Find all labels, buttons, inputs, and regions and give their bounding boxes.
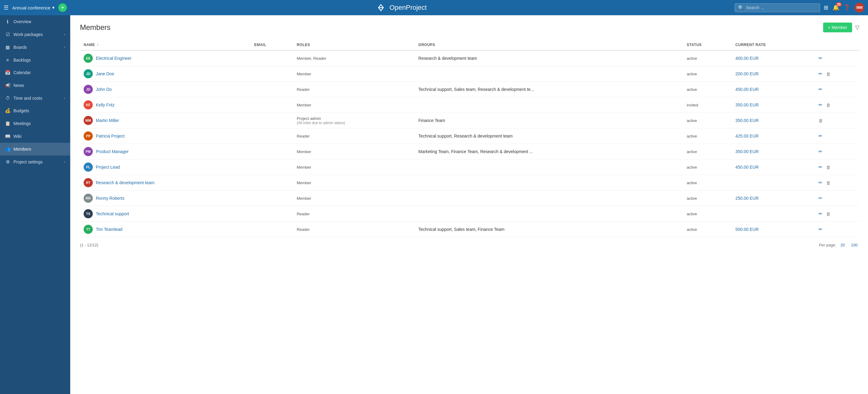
cell-email-ts — [251, 206, 293, 222]
edit-button-ts[interactable]: ✏ — [818, 210, 823, 217]
table-row: RT Research & development team Member ac… — [80, 175, 860, 191]
delete-button-ts[interactable]: 🗑 — [826, 211, 831, 217]
add-member-button[interactable]: + Member — [823, 23, 852, 32]
sidebar-item-budgets[interactable]: 💰 Budgets — [0, 104, 70, 117]
per-page-100[interactable]: 100 — [849, 242, 860, 248]
sidebar-item-members[interactable]: 👥 Members — [0, 143, 70, 156]
rate-link-jdo[interactable]: 450.00 EUR — [736, 87, 759, 92]
edit-button-tt[interactable]: ✏ — [818, 226, 823, 233]
avatar-rt: RT — [84, 178, 93, 187]
create-button[interactable]: + — [58, 3, 67, 12]
per-page-20[interactable]: 20 — [839, 242, 847, 248]
sidebar-item-overview[interactable]: ℹ Overview — [0, 15, 70, 28]
member-link-ee[interactable]: Electrical Engineer — [96, 56, 131, 61]
member-link-mm[interactable]: Martin Miller — [96, 118, 119, 123]
edit-button-jd[interactable]: ✏ — [818, 70, 823, 77]
sidebar-item-work-packages[interactable]: ☑ Work packages › — [0, 28, 70, 41]
filter-button[interactable]: ▽ — [855, 24, 860, 31]
col-roles: ROLES — [293, 40, 415, 50]
rate-link-ee[interactable]: 400.00 EUR — [736, 56, 759, 61]
cell-roles-rr: Member — [293, 191, 415, 206]
cell-email-rt — [251, 175, 293, 191]
project-selector[interactable]: Annual conference ▾ — [12, 5, 55, 10]
rate-link-rr[interactable]: 250.00 EUR — [736, 196, 759, 201]
cell-roles-pp: Reader — [293, 128, 415, 144]
cell-status-jd: active — [683, 66, 732, 82]
search-input[interactable] — [746, 5, 813, 10]
rate-link-tt[interactable]: 500.00 EUR — [736, 227, 759, 232]
delete-button-jd[interactable]: 🗑 — [826, 71, 831, 77]
edit-button-pp[interactable]: ✏ — [818, 133, 823, 139]
sidebar-item-time-and-costs[interactable]: ⏱ Time and costs › — [0, 92, 70, 104]
sidebar-item-calendar[interactable]: 📅 Calendar — [0, 66, 70, 79]
sidebar-label-news: News — [13, 83, 24, 88]
sidebar-item-boards[interactable]: ▦ Boards › — [0, 41, 70, 54]
sidebar-label-overview: Overview — [13, 19, 31, 24]
edit-button-rt[interactable]: ✏ — [818, 179, 823, 186]
sidebar-item-backlogs[interactable]: ≡ Backlogs — [0, 54, 70, 66]
member-link-tt[interactable]: Tim Teamlead — [96, 227, 122, 232]
help-icon[interactable]: ❓ — [844, 4, 850, 11]
edit-button-kf[interactable]: ✏ — [818, 102, 823, 108]
cell-email-kf — [251, 97, 293, 113]
delete-button-rt[interactable]: 🗑 — [826, 179, 831, 186]
cell-email-ee — [251, 50, 293, 66]
col-email: EMAIL — [251, 40, 293, 50]
delete-button-mm[interactable]: 🗑 — [818, 118, 824, 124]
delete-button-pl[interactable]: 🗑 — [826, 164, 831, 170]
sidebar-label-time-and-costs: Time and costs — [13, 96, 42, 101]
rate-link-kf[interactable]: 350.00 EUR — [736, 102, 759, 107]
col-name[interactable]: NAME ↑ — [80, 40, 251, 50]
rate-link-mm[interactable]: 350.00 EUR — [736, 118, 759, 123]
cell-roles-jd: Member — [293, 66, 415, 82]
rate-link-pp[interactable]: 425.00 EUR — [736, 134, 759, 138]
edit-button-pl[interactable]: ✏ — [818, 164, 823, 170]
sidebar-item-news[interactable]: 📢 News — [0, 79, 70, 92]
notifications-icon[interactable]: 🔔 25 — [833, 4, 839, 11]
cell-roles-ts: Reader — [293, 206, 415, 222]
delete-button-kf[interactable]: 🗑 — [826, 102, 831, 108]
cell-rate-mm: 350.00 EUR — [732, 113, 814, 128]
member-link-ts[interactable]: Technical support — [96, 211, 129, 216]
user-avatar[interactable]: MM — [855, 3, 864, 12]
member-link-pm[interactable]: Product Manager — [96, 149, 128, 154]
sidebar-item-meetings[interactable]: 📋 Meetings — [0, 117, 70, 130]
col-status: STATUS — [683, 40, 732, 50]
sidebar-icon-meetings: 📋 — [5, 121, 10, 126]
grid-icon[interactable]: ⊞ — [824, 4, 828, 11]
sort-asc-icon: ↑ — [97, 43, 99, 47]
rate-link-pl[interactable]: 450.00 EUR — [736, 165, 759, 169]
cell-status-tt: active — [683, 222, 732, 237]
member-link-jd[interactable]: Jane Doe — [96, 71, 114, 76]
page-title: Members — [80, 23, 111, 32]
cell-groups-tt: Technical support, Sales team, Finance T… — [415, 222, 683, 237]
edit-button-ee[interactable]: ✏ — [818, 55, 823, 62]
member-link-pp[interactable]: Patricia Project — [96, 134, 125, 138]
member-link-rt[interactable]: Research & development team — [96, 180, 154, 185]
sidebar-arrow-work-packages: › — [64, 32, 65, 37]
hamburger-menu[interactable]: ☰ — [4, 4, 8, 11]
edit-button-pm[interactable]: ✏ — [818, 148, 823, 155]
cell-groups-mm: Finance Team — [415, 113, 683, 128]
member-link-jdo[interactable]: John Do — [96, 87, 112, 92]
rate-link-jd[interactable]: 200.00 EUR — [736, 71, 759, 76]
cell-email-pm — [251, 144, 293, 160]
rate-link-pm[interactable]: 350.00 EUR — [736, 149, 759, 154]
sidebar-item-project-settings[interactable]: ⚙ Project settings › — [0, 156, 70, 168]
edit-button-jdo[interactable]: ✏ — [818, 86, 823, 93]
cell-groups-rt — [415, 175, 683, 191]
edit-button-rr[interactable]: ✏ — [818, 195, 823, 202]
cell-name-pm: PM Product Manager — [80, 144, 251, 160]
member-link-rr[interactable]: Ronny Roberts — [96, 196, 124, 201]
member-link-kf[interactable]: Kelly Fritz — [96, 102, 115, 107]
table-row: JD Jane Doe Member active 200.00 EUR ✏🗑 — [80, 66, 860, 82]
search-box[interactable]: 🔍 — [735, 3, 820, 12]
sidebar: ℹ Overview ☑ Work packages › ▦ Boards › … — [0, 15, 70, 394]
sidebar-arrow-time-and-costs: › — [64, 96, 65, 100]
cell-groups-pm: Marketing Team, Finance Team, Research &… — [415, 144, 683, 160]
cell-actions-mm: 🗑 — [814, 113, 860, 128]
sidebar-item-wiki[interactable]: 📖 Wiki — [0, 130, 70, 143]
member-link-pl[interactable]: Project Lead — [96, 165, 120, 169]
sidebar-label-boards: Boards — [13, 45, 27, 50]
cell-rate-ts — [732, 206, 814, 222]
